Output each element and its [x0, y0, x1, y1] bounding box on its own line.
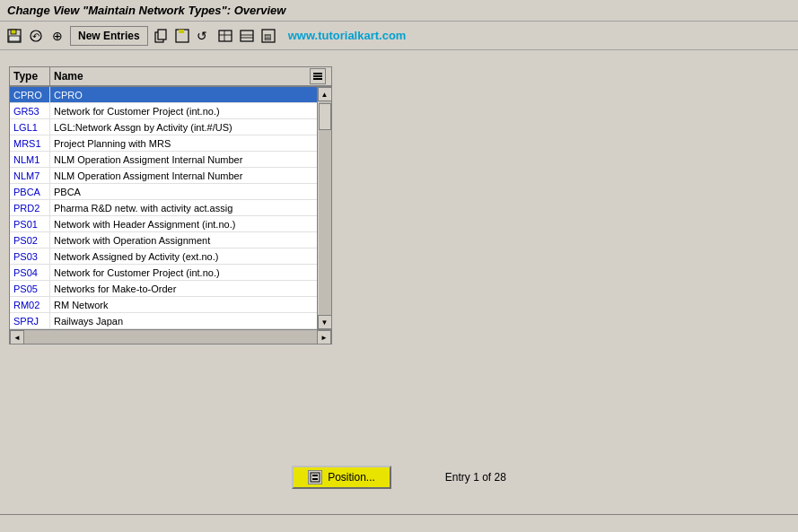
- table-icon[interactable]: [216, 27, 234, 45]
- table-cell-name: Networks for Make-to-Order: [50, 283, 317, 295]
- table-header: Type Name: [10, 67, 331, 87]
- grid-icon[interactable]: [238, 27, 256, 45]
- position-button[interactable]: Position...: [292, 466, 391, 489]
- title-bar: Change View "Maintain Network Types": Ov…: [0, 0, 798, 22]
- table-row[interactable]: PS05Networks for Make-to-Order: [10, 281, 317, 297]
- entry-info: Entry 1 of 28: [445, 471, 506, 484]
- table-cell-name: NLM Operation Assigment Internal Number: [50, 153, 317, 166]
- svg-rect-14: [241, 31, 253, 41]
- table-cell-type: SPRJ: [10, 313, 50, 328]
- svg-text:▤: ▤: [264, 32, 272, 41]
- table-cell-name: CPRO: [50, 89, 317, 101]
- toolbar: ↶ ⊕ New Entries ↺: [0, 22, 798, 50]
- horizontal-scrollbar[interactable]: ◄ ►: [10, 329, 331, 344]
- svg-rect-11: [219, 31, 232, 41]
- scroll-track: [319, 101, 331, 315]
- table-scroll-area: CPROCPROGR53Network for Customer Project…: [10, 87, 331, 329]
- back-icon[interactable]: ↶: [27, 27, 45, 45]
- position-button-icon: [308, 470, 322, 484]
- svg-rect-24: [312, 478, 318, 480]
- table-cell-type: PS03: [10, 249, 50, 264]
- table-cell-name: PBCA: [50, 186, 317, 198]
- copy-icon[interactable]: [152, 27, 170, 45]
- svg-rect-7: [158, 30, 166, 39]
- title-text: Change View "Maintain Network Types": Ov…: [7, 4, 285, 17]
- undo-icon[interactable]: ↺: [195, 27, 213, 45]
- save-icon[interactable]: [5, 27, 23, 45]
- export-icon[interactable]: ▤: [259, 27, 277, 45]
- footer-area: Position... Entry 1 of 28: [0, 466, 798, 489]
- svg-rect-1: [11, 30, 16, 34]
- save2-icon[interactable]: [173, 27, 191, 45]
- table-cell-name: Network for Customer Project (int.no.): [50, 266, 317, 279]
- table-cell-name: Project Planning with MRS: [50, 137, 317, 150]
- svg-rect-22: [311, 473, 320, 482]
- table-row[interactable]: GR53Network for Customer Project (int.no…: [10, 103, 317, 119]
- new-entries-label: New Entries: [78, 30, 140, 42]
- table-row[interactable]: PRD2Pharma R&D netw. with activity act.a…: [10, 200, 317, 216]
- watermark-text: www.tutorialkart.com: [288, 29, 407, 42]
- table-cell-name: Network with Header Assignment (int.no.): [50, 218, 317, 231]
- table-row[interactable]: MRS1Project Planning with MRS: [10, 135, 317, 152]
- svg-rect-2: [9, 36, 20, 41]
- forward-icon[interactable]: ⊕: [48, 27, 66, 45]
- svg-rect-20: [313, 75, 322, 77]
- new-entries-button[interactable]: New Entries: [70, 26, 148, 46]
- table-row[interactable]: PS03Network Assigned by Activity (ext.no…: [10, 249, 317, 265]
- col-type-header: Type: [10, 67, 50, 85]
- table-row[interactable]: NLM7NLM Operation Assigment Internal Num…: [10, 168, 317, 184]
- table-body: CPROCPROGR53Network for Customer Project…: [10, 87, 317, 329]
- table-row[interactable]: NLM1NLM Operation Assigment Internal Num…: [10, 152, 317, 168]
- position-label: Position...: [328, 471, 375, 484]
- svg-rect-21: [313, 78, 322, 80]
- main-table: Type Name CPROCPROGR53Network for Custom…: [9, 66, 332, 344]
- svg-rect-9: [179, 30, 184, 33]
- svg-text:↺: ↺: [197, 29, 207, 43]
- table-cell-name: NLM Operation Assigment Internal Number: [50, 170, 317, 182]
- table-cell-name: Network for Customer Project (int.no.): [50, 105, 317, 118]
- table-row[interactable]: PS04Network for Customer Project (int.no…: [10, 265, 317, 281]
- table-cell-name: Network Assigned by Activity (ext.no.): [50, 250, 317, 263]
- status-bar: [0, 514, 798, 532]
- scroll-down-button[interactable]: ▼: [318, 315, 332, 329]
- table-row[interactable]: CPROCPRO: [10, 87, 317, 103]
- table-cell-type: LGL1: [10, 119, 50, 135]
- table-row[interactable]: PBCAPBCA: [10, 184, 317, 200]
- scroll-up-button[interactable]: ▲: [318, 87, 332, 101]
- table-cell-type: PS01: [10, 216, 50, 231]
- table-row[interactable]: PS01Network with Header Assignment (int.…: [10, 216, 317, 232]
- scroll-left-button[interactable]: ◄: [10, 330, 24, 344]
- table-cell-type: RM02: [10, 297, 50, 312]
- table-row[interactable]: LGL1LGL:Network Assgn by Activity (int.#…: [10, 119, 317, 135]
- table-row[interactable]: PS02Network with Operation Assignment: [10, 232, 317, 249]
- scroll-thumb[interactable]: [319, 103, 331, 130]
- table-cell-name: RM Network: [50, 299, 317, 311]
- scroll-track-h: [24, 330, 317, 344]
- svg-rect-23: [312, 475, 318, 476]
- table-cell-type: PRD2: [10, 200, 50, 215]
- table-cell-name: Pharma R&D netw. with activity act.assig: [50, 202, 317, 214]
- svg-rect-19: [313, 73, 322, 74]
- table-row[interactable]: RM02RM Network: [10, 297, 317, 313]
- vertical-scrollbar[interactable]: ▲ ▼: [317, 87, 331, 329]
- table-row[interactable]: SPRJRailways Japan: [10, 313, 317, 329]
- table-cell-name: Network with Operation Assignment: [50, 234, 317, 247]
- table-cell-type: CPRO: [10, 87, 50, 102]
- table-cell-type: NLM7: [10, 168, 50, 183]
- table-config-icon[interactable]: [310, 68, 326, 84]
- table-cell-type: PS02: [10, 232, 50, 248]
- col-name-header: Name: [50, 66, 331, 86]
- content-area: Type Name CPROCPROGR53Network for Custom…: [0, 50, 798, 516]
- table-cell-name: Railways Japan: [50, 315, 317, 327]
- scroll-right-button[interactable]: ►: [317, 330, 331, 344]
- table-cell-type: NLM1: [10, 152, 50, 167]
- table-cell-name: LGL:Network Assgn by Activity (int.#/US): [50, 121, 317, 134]
- table-cell-type: PBCA: [10, 184, 50, 199]
- svg-text:⊕: ⊕: [52, 29, 63, 43]
- svg-text:↶: ↶: [32, 31, 39, 41]
- table-cell-type: MRS1: [10, 135, 50, 151]
- table-cell-type: PS04: [10, 265, 50, 280]
- table-cell-type: GR53: [10, 103, 50, 118]
- table-cell-type: PS05: [10, 281, 50, 296]
